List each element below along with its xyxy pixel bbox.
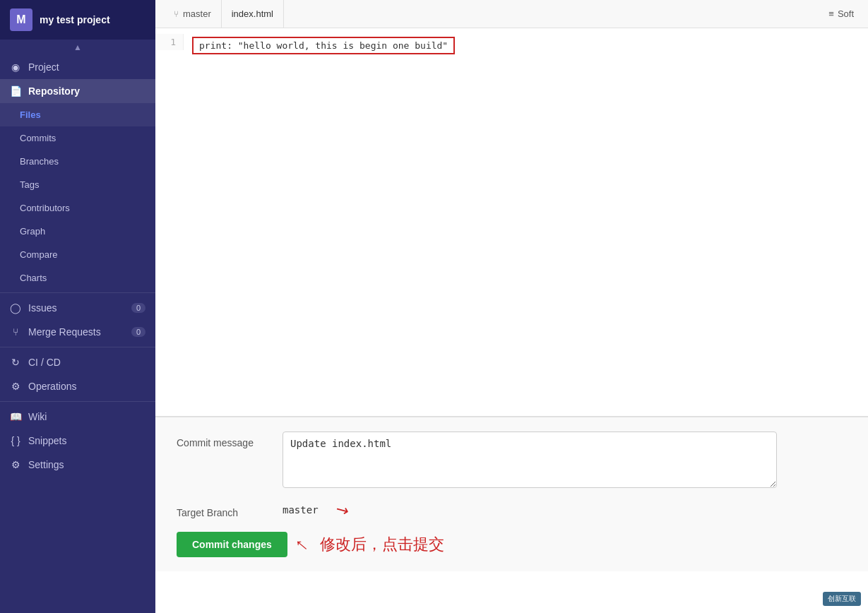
target-branch-value: master — [283, 504, 319, 516]
code-line-1: 1 print: "hello world, this is begin one… — [155, 34, 868, 57]
operations-icon: ⚙ — [10, 381, 21, 392]
sidebar-item-files[interactable]: Files — [0, 103, 155, 126]
sidebar-item-operations[interactable]: ⚙ Operations — [0, 374, 155, 398]
sidebar-item-issues[interactable]: ◯ Issues 0 — [0, 296, 155, 320]
commit-message-row: Commit message Update index.html — [177, 432, 847, 488]
sidebar-item-label: Contributors — [20, 203, 70, 213]
repository-icon: 📄 — [10, 85, 21, 97]
sidebar-item-settings[interactable]: ⚙ Settings — [0, 453, 155, 477]
commit-message-input[interactable]: Update index.html — [283, 432, 777, 488]
branch-arrow-icon: ↘ — [331, 499, 352, 521]
highlighted-code-block: print: "hello world, this is begin one b… — [192, 37, 455, 54]
sidebar-item-commits[interactable]: Commits — [0, 126, 155, 150]
sidebar-item-repository[interactable]: 📄 Repository — [0, 79, 155, 103]
sidebar-item-label: Charts — [20, 273, 47, 283]
sidebar-item-label: Commits — [20, 133, 56, 143]
sidebar-item-label: Tags — [20, 179, 39, 190]
softwrap-icon: ≡ — [828, 8, 834, 19]
commit-message-label: Commit message — [177, 432, 268, 448]
annotation-arrow-icon: ↑ — [289, 533, 313, 555]
softwrap-label: Soft — [838, 8, 854, 19]
issues-icon: ◯ — [10, 302, 21, 314]
sidebar-item-cicd[interactable]: ↻ CI / CD — [0, 350, 155, 374]
code-editor-wrapper: 1 print: "hello world, this is begin one… — [155, 28, 868, 63]
annotation-text: 修改后，点击提交 — [320, 534, 444, 555]
branch-name: master — [183, 8, 211, 19]
sidebar-item-label: Files — [20, 109, 41, 120]
filename-tab: index.html — [222, 0, 284, 28]
merge-badge: 0 — [131, 327, 145, 337]
sidebar: M my test project ▲ ◉ Project 📄 Reposito… — [0, 0, 155, 613]
sidebar-item-graph[interactable]: Graph — [0, 220, 155, 243]
sidebar-item-project[interactable]: ◉ Project — [0, 55, 155, 79]
annotation-area: Commit changes ↑ 修改后，点击提交 — [177, 532, 847, 557]
wiki-icon: 📖 — [10, 411, 21, 422]
avatar: M — [10, 8, 32, 31]
sidebar-item-label: Project — [28, 61, 59, 73]
sidebar-item-label: Graph — [20, 226, 45, 237]
line-number: 1 — [155, 34, 184, 50]
sidebar-item-label: Settings — [28, 459, 64, 470]
sidebar-item-snippets[interactable]: { } Snippets — [0, 429, 155, 453]
line-content[interactable]: print: "hello world, this is begin one b… — [184, 34, 868, 57]
sidebar-item-tags[interactable]: Tags — [0, 173, 155, 196]
sidebar-item-label: Wiki — [28, 411, 47, 422]
main-content: ⑂ master index.html ≡ Soft 1 print: "hel… — [155, 0, 868, 613]
sidebar-item-label: Merge Requests — [28, 326, 101, 338]
branch-icon: ⑂ — [174, 9, 179, 19]
sidebar-item-branches[interactable]: Branches — [0, 150, 155, 173]
sidebar-item-merge-requests[interactable]: ⑂ Merge Requests 0 — [0, 320, 155, 344]
sidebar-item-label: Snippets — [28, 435, 66, 446]
issues-badge: 0 — [131, 303, 145, 313]
sidebar-item-compare[interactable]: Compare — [0, 243, 155, 266]
cicd-icon: ↻ — [10, 357, 21, 368]
scroll-up[interactable]: ▲ — [0, 40, 155, 55]
file-name: index.html — [232, 8, 273, 19]
commit-form: Commit message Update index.html Target … — [155, 417, 868, 571]
sidebar-item-label: CI / CD — [28, 357, 61, 368]
branch-tab: ⑂ master — [164, 0, 222, 28]
bottom-logo: 创新互联 — [823, 592, 861, 606]
sidebar-item-contributors[interactable]: Contributors — [0, 196, 155, 220]
file-header: ⑂ master index.html ≡ Soft — [155, 0, 868, 28]
sidebar-item-label: Compare — [20, 249, 57, 260]
project-name: my test project — [40, 14, 110, 25]
sidebar-item-wiki[interactable]: 📖 Wiki — [0, 405, 155, 429]
sidebar-item-charts[interactable]: Charts — [0, 266, 155, 290]
project-icon: ◉ — [10, 61, 21, 73]
sidebar-header: M my test project — [0, 0, 155, 40]
commit-changes-button[interactable]: Commit changes — [177, 532, 287, 557]
merge-icon: ⑂ — [10, 326, 21, 338]
sidebar-item-label: Issues — [28, 302, 57, 314]
target-branch-label: Target Branch — [177, 501, 268, 518]
sidebar-item-label: Repository — [28, 85, 80, 97]
settings-icon: ⚙ — [10, 459, 21, 470]
sidebar-item-label: Operations — [28, 381, 76, 392]
sidebar-item-label: Branches — [20, 156, 59, 167]
code-editor-area: 1 print: "hello world, this is begin one… — [155, 28, 868, 417]
snippets-icon: { } — [10, 435, 21, 446]
target-branch-row: Target Branch master ↘ — [177, 501, 847, 519]
softwrap-button[interactable]: ≡ Soft — [823, 6, 860, 22]
